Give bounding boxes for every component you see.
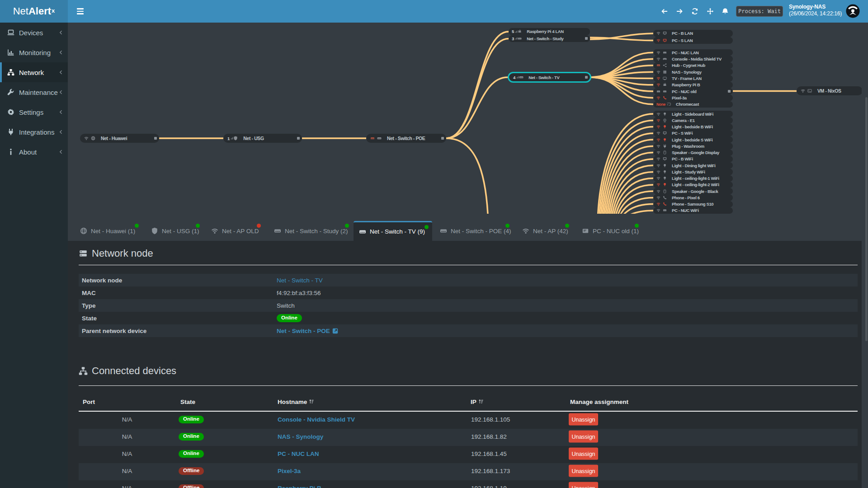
collapse-handle[interactable]	[585, 37, 588, 40]
node-row[interactable]: Light - ceiling-light-1 WiFi	[653, 175, 733, 182]
tab-pc-nuc-old-1-[interactable]: PC - NUC old (1)	[576, 221, 642, 241]
parent-node-link[interactable]: Net - Switch - POE	[277, 328, 330, 334]
node-row[interactable]: Phone - Pixel 6	[653, 194, 733, 201]
sidebar-item-monitoring[interactable]: Monitoring	[0, 42, 68, 62]
hostname-link[interactable]: Raspberry Pi B	[278, 485, 321, 488]
node-row[interactable]: Speaker - Google - Black	[653, 188, 733, 194]
tab-net-switch-poe-4-[interactable]: Net - Switch - POE (4)	[434, 221, 513, 241]
node-row[interactable]: PC - NUC LAN	[653, 49, 733, 56]
diagram-node-net-switch-tv-selected[interactable]: 4Net - Switch - TV	[508, 72, 591, 83]
node-row[interactable]: PC - S LAN	[653, 37, 733, 44]
unassign-button[interactable]: Unassign	[569, 448, 598, 460]
monitor-icon	[663, 38, 667, 42]
node-row[interactable]: Raspberry Pi B	[653, 82, 733, 88]
tab-net-switch-tv-9-[interactable]: Net - Switch - TV (9)	[354, 221, 432, 241]
wifi-icon	[656, 208, 660, 212]
wifi-icon	[656, 138, 660, 142]
sidebar-toggle-button[interactable]	[70, 0, 90, 23]
node-row[interactable]: Pixel-3a	[653, 94, 733, 101]
node-row[interactable]: Light - bedside S WiFi	[653, 136, 733, 143]
bulb-icon	[663, 176, 667, 180]
sitemap-icon	[79, 366, 88, 375]
app-logo[interactable]: NetAlertx	[0, 0, 68, 23]
node-row[interactable]: Phone - Samsung S10	[653, 201, 733, 207]
unassign-button[interactable]: Unassign	[569, 413, 598, 426]
hostname-header[interactable]: Hostname	[278, 398, 314, 405]
arrow-left-icon	[661, 8, 668, 15]
wifi-icon	[656, 170, 660, 174]
node-row[interactable]: Light - ceiling-light-2 WiFi	[653, 182, 733, 188]
node-row[interactable]: Light - Study WiFi	[653, 169, 733, 175]
network-topology-diagram: Net - Huawei1Net - USGNet - Switch - POE…	[68, 23, 868, 241]
state-badge: Online	[277, 314, 302, 322]
sidebar-item-maintenance[interactable]: Maintenance	[0, 82, 68, 102]
sidebar-item-network[interactable]: Network	[0, 62, 68, 82]
node-row[interactable]: PC - B WiFi	[653, 156, 733, 162]
sidebar-item-devices[interactable]: Devices	[0, 23, 68, 42]
raspberry-icon	[663, 83, 667, 87]
unassign-button[interactable]: Unassign	[569, 431, 598, 443]
node-row[interactable]: 3Net - Switch - Study	[509, 35, 590, 42]
node-label: Light - Dining light WiFi	[672, 163, 716, 168]
hostname-link[interactable]: PC - NUC LAN	[278, 450, 319, 457]
node-row[interactable]: Light - bedside B WiFi	[653, 124, 733, 130]
node-row[interactable]: PC - NUC old	[653, 88, 733, 94]
node-row[interactable]: Speaker - Google Display	[653, 150, 733, 156]
collapse-handle[interactable]	[585, 76, 588, 79]
node-row[interactable]: NAS - Synology	[653, 69, 733, 75]
hostname-link[interactable]: NAS - Synology	[278, 433, 323, 440]
node-row[interactable]: Light - Sideboard WiFi	[653, 111, 733, 117]
diagram-node-vm-nixos[interactable]: VM - NixOS	[797, 86, 863, 95]
sidebar-item-settings[interactable]: Settings	[0, 102, 68, 122]
status-dot	[196, 224, 200, 228]
arrow-right-button[interactable]	[672, 0, 687, 23]
node-row[interactable]: PC - S WiFi	[653, 130, 733, 136]
node-row[interactable]: Plug - Washroom	[653, 143, 733, 149]
tab-net-usg-1-[interactable]: Net - USG (1)	[146, 221, 203, 241]
collapse-handle[interactable]	[154, 137, 157, 140]
avatar[interactable]	[846, 4, 860, 18]
node-row[interactable]: PC - NUC WiFi	[653, 207, 733, 214]
collapse-handle[interactable]	[728, 90, 731, 93]
node-row[interactable]: Light - Dining light WiFi	[653, 162, 733, 169]
node-row[interactable]: NoneChromecast	[653, 101, 733, 108]
wifi-icon	[656, 31, 660, 35]
diagram-node-net-switch-poe[interactable]: Net - Switch - POE	[366, 134, 446, 143]
node-label: Light - Study WiFi	[672, 169, 705, 174]
chevleft-icon	[59, 50, 63, 55]
bell-button[interactable]	[717, 0, 733, 23]
unassign-button[interactable]: Unassign	[569, 465, 598, 477]
ip-header[interactable]: IP	[471, 398, 484, 405]
node-row[interactable]: PC - B LAN	[653, 30, 733, 37]
diagram-node-net-huawei[interactable]: Net - Huawei	[80, 134, 159, 143]
collapse-handle[interactable]	[297, 137, 300, 140]
node-row[interactable]: Camera - E1	[653, 117, 733, 123]
hostname-link[interactable]: Console - Nvidia Shield TV	[278, 416, 355, 423]
node-row[interactable]: 5Raspberry Pi 4 LAN	[509, 28, 590, 35]
node-link[interactable]: Net - Switch - TV	[277, 277, 323, 284]
tab-net-ap-42-[interactable]: Net - AP (42)	[517, 221, 573, 241]
wrench-icon	[7, 89, 14, 96]
wifi-icon	[656, 112, 660, 116]
node-row[interactable]: Hub - Cygnet Hub	[653, 62, 733, 69]
state-badge: Offline	[179, 484, 204, 488]
arrow-left-button[interactable]	[657, 0, 672, 23]
tab-net-ap-old[interactable]: Net - AP OLD	[206, 221, 264, 241]
eth-icon	[656, 89, 660, 94]
unassign-button[interactable]: Unassign	[569, 482, 598, 488]
node-row[interactable]: TV - Frame LAN	[653, 75, 733, 81]
switch-icon	[518, 37, 522, 41]
hostname-link[interactable]: Pixel-3a	[278, 468, 301, 474]
move-button[interactable]	[703, 0, 718, 23]
tab-net-huawei-1-[interactable]: Net - Huawei (1)	[75, 221, 142, 241]
collapse-handle[interactable]	[441, 137, 444, 140]
status-dot	[135, 224, 139, 228]
sidebar-item-integrations[interactable]: Integrations	[0, 122, 68, 142]
tab-net-switch-study-2-[interactable]: Net - Switch - Study (2)	[269, 221, 353, 241]
page-scrollbar-thumb[interactable]	[865, 97, 868, 341]
speaker-icon	[663, 150, 667, 155]
diagram-node-net-usg[interactable]: 1Net - USG	[223, 134, 302, 143]
sidebar-item-about[interactable]: About	[0, 142, 68, 162]
node-row[interactable]: Console - Nvidia Shield TV	[653, 56, 733, 62]
refresh-button[interactable]	[687, 0, 703, 23]
